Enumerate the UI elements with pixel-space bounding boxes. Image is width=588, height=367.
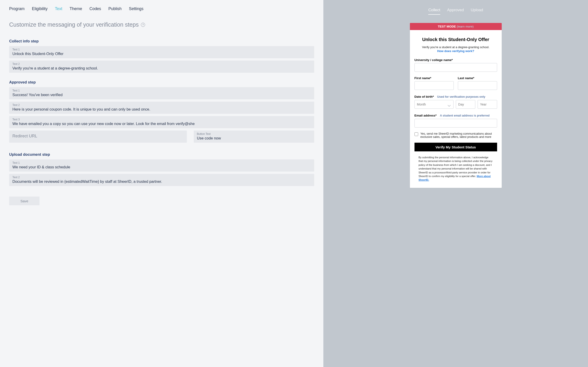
how-verifying-works-link[interactable]: How does verifying work? [415, 49, 497, 53]
tab-publish[interactable]: Publish [108, 6, 121, 11]
university-input[interactable] [415, 63, 497, 72]
tab-codes[interactable]: Codes [90, 6, 101, 11]
approved-text3-field[interactable]: Text 3 We have emailed you a copy so you… [9, 116, 314, 128]
university-label: University / college name* [415, 58, 497, 62]
disclaimer-text: By submitting the personal information a… [415, 156, 497, 182]
approved-text1-field[interactable]: Text 1 Success! You've been verified [9, 87, 314, 99]
field-label: Text 3 [12, 118, 311, 121]
upload-text1-field[interactable]: Text 1 We need your ID & class schedule [9, 159, 314, 172]
preview-tab-collect[interactable]: Collect [428, 8, 440, 15]
last-name-label: Last name* [458, 76, 497, 80]
field-value: Here is your personal coupon code. It is… [12, 107, 311, 111]
email-input[interactable] [415, 119, 497, 127]
main-tabs: Program Eligibility Text Theme Codes Pub… [9, 6, 314, 11]
field-value: Success! You've been verified [12, 93, 311, 97]
dob-month-input[interactable] [415, 100, 453, 109]
dob-month-select[interactable] [415, 100, 453, 109]
field-label: Text 1 [12, 161, 311, 165]
editor-pane: Program Eligibility Text Theme Codes Pub… [0, 0, 323, 367]
upload-text2-field[interactable]: Text 2 Documents will be reviewed in {es… [9, 174, 314, 186]
field-value: Verify you're a student at a degree-gran… [12, 66, 311, 70]
marketing-consent[interactable]: Yes, send me SheerID marketing communica… [415, 132, 497, 139]
help-icon[interactable]: ? [141, 23, 145, 27]
field-label: Text 2 [12, 62, 311, 66]
page-title-text: Customize the messaging of your verifica… [9, 21, 139, 28]
tab-theme[interactable]: Theme [69, 6, 82, 11]
preview-card: TEST MODE (learn more) Unlock this Stude… [410, 23, 502, 188]
preview-subtitle: Verify you're a student at a degree-gran… [415, 45, 497, 49]
preview-tab-approved[interactable]: Approved [447, 8, 464, 15]
field-value: Use code now [197, 136, 311, 140]
marketing-consent-checkbox[interactable] [415, 132, 418, 136]
field-value: We need your ID & class schedule [12, 165, 311, 169]
dob-label: Date of birth* [415, 95, 434, 98]
test-mode-label: TEST MODE [438, 25, 456, 28]
section-title-approved: Approved step [9, 80, 314, 84]
field-placeholder: Redirect URL [12, 132, 184, 140]
last-name-input[interactable] [458, 81, 497, 90]
field-value: We have emailed you a copy so you can us… [12, 122, 311, 126]
approved-text2-field[interactable]: Text 2 Here is your personal coupon code… [9, 102, 314, 114]
email-label: Email address* [415, 114, 437, 117]
section-title-upload: Upload document step [9, 152, 314, 157]
preview-tabs: Collect Approved Upload [428, 8, 483, 15]
collect-text1-field[interactable]: Text 1 Unlock this Student-Only Offer [9, 46, 314, 58]
marketing-consent-text: Yes, send me SheerID marketing communica… [420, 132, 497, 139]
redirect-url-field[interactable]: Redirect URL [9, 131, 187, 143]
collect-text2-field[interactable]: Text 2 Verify you're a student at a degr… [9, 60, 314, 73]
preview-tab-upload[interactable]: Upload [471, 8, 483, 15]
field-label: Text 2 [12, 176, 311, 179]
dob-year-input[interactable] [477, 100, 497, 109]
tab-program[interactable]: Program [9, 6, 25, 11]
button-text-field[interactable]: Button Text Use code now [194, 131, 314, 143]
save-button[interactable]: Save [9, 197, 40, 205]
learn-more-link[interactable]: (learn more) [457, 25, 474, 28]
page-title: Customize the messaging of your verifica… [9, 21, 314, 28]
field-value: Unlock this Student-Only Offer [12, 52, 311, 56]
field-value: Documents will be reviewed in {estimated… [12, 179, 311, 184]
preview-title: Unlock this Student-Only Offer [415, 37, 497, 42]
field-label: Button Text [197, 132, 311, 135]
dob-helper: Used for verification purposes only [437, 95, 486, 98]
tab-text[interactable]: Text [55, 6, 62, 11]
test-mode-banner: TEST MODE (learn more) [410, 23, 502, 30]
field-label: Text 1 [12, 89, 311, 92]
field-label: Text 2 [12, 103, 311, 107]
section-title-collect: Collect info step [9, 39, 314, 43]
first-name-label: First name* [415, 76, 454, 80]
email-helper: A student email address is preferred [440, 114, 490, 117]
dob-day-input[interactable] [456, 100, 475, 109]
tab-settings[interactable]: Settings [129, 6, 144, 11]
field-label: Text 1 [12, 48, 311, 51]
first-name-input[interactable] [415, 81, 454, 90]
preview-pane: Collect Approved Upload TEST MODE (learn… [323, 0, 588, 367]
disclaimer-body: By submitting the personal information a… [419, 156, 493, 177]
verify-button[interactable]: Verify My Student Status [415, 143, 497, 151]
tab-eligibility[interactable]: Eligibility [32, 6, 48, 11]
